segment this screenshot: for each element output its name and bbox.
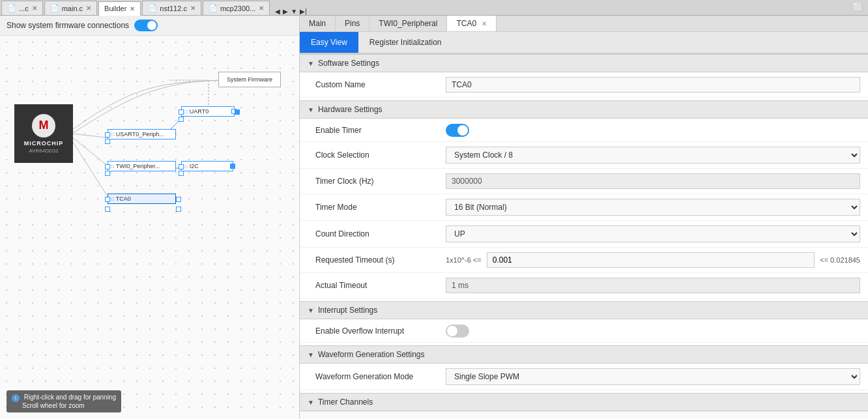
section-waveform[interactable]: ▼ Waveform Generation Settings	[300, 345, 868, 364]
requested-timeout-row: Requested Timeout (s) 1x10^-6 <= <= 0.02…	[300, 248, 868, 273]
comp-label: I2C	[190, 163, 199, 169]
section-hardware[interactable]: ▼ Hardware Settings	[300, 100, 868, 119]
nav-next[interactable]: ▶	[282, 8, 289, 15]
count-direction-row: Count Direction UP DOWN	[300, 221, 868, 248]
chevron-down-icon: ▼	[308, 60, 314, 67]
left-toolbar: Show system firmware connections	[0, 16, 299, 36]
custom-name-input[interactable]	[446, 77, 860, 93]
interrupt-fields: Enable Overflow Interrupt	[300, 319, 868, 343]
timer-mode-row: Timer Mode 16 Bit (Normal) 8 Bit (Split)	[300, 194, 868, 221]
firmware-box[interactable]: System Firmware	[218, 72, 281, 87]
requested-timeout-value: 1x10^-6 <= <= 0.021845	[446, 252, 860, 268]
timeout-row: 1x10^-6 <= <= 0.021845	[446, 252, 860, 268]
info-icon: i	[12, 394, 20, 402]
chevron-down-icon: ▼	[308, 106, 314, 113]
handle-usart0-left	[105, 132, 110, 137]
tab-main[interactable]: 📄 main.c ✕	[44, 1, 97, 15]
tab-easy-view[interactable]: Easy View	[300, 32, 358, 53]
tab-register-init[interactable]: Register Initialization	[358, 32, 453, 53]
timer-mode-value: 16 Bit (Normal) 8 Bit (Split)	[446, 199, 860, 216]
toggle-thumb	[447, 326, 457, 336]
tab-builder[interactable]: Builder ✕	[98, 1, 141, 16]
tab-tca0-inner[interactable]: TCA0 ✕	[447, 16, 497, 31]
nav-last[interactable]: ▶|	[298, 8, 308, 15]
comp-usart0[interactable]: USART0_Periph...	[108, 129, 176, 139]
custom-name-row: Custom Name	[300, 72, 868, 98]
enable-timer-row: Enable Timer	[300, 119, 868, 142]
chip-logo: M	[32, 114, 55, 137]
timer-clock-input	[446, 173, 860, 189]
handle-tca0-tl	[105, 197, 110, 202]
tab-mcp2300[interactable]: 📄 mcp2300... ✕	[203, 1, 270, 15]
chevron-down-icon: ▼	[308, 351, 314, 358]
handle-twi0-left	[105, 164, 110, 169]
tab-nst112[interactable]: 📄 nst112.c ✕	[142, 1, 201, 15]
timer-mode-dropdown[interactable]: 16 Bit (Normal) 8 Bit (Split)	[446, 199, 860, 216]
chevron-down-icon: ▼	[308, 399, 314, 406]
canvas-area[interactable]: M Microchip AVR64DD32 System Firmware UA…	[0, 36, 299, 419]
software-fields: Custom Name	[300, 72, 868, 98]
waveform-mode-dropdown[interactable]: Single Slope PWM Dual Slope PWM Dual Slo…	[446, 368, 860, 385]
enable-timer-toggle[interactable]	[446, 124, 469, 137]
toggle-thumb	[457, 125, 468, 136]
window-maximize[interactable]: ⬜	[848, 0, 868, 14]
handle-i2c-left	[179, 164, 184, 169]
show-firmware-label: Show system firmware connections	[7, 21, 129, 30]
file-icon: 📄	[148, 4, 157, 12]
comp-uart0[interactable]: UART0	[181, 106, 235, 117]
custom-name-value	[446, 77, 860, 93]
section-software[interactable]: ▼ Software Settings	[300, 54, 868, 72]
tab-main2[interactable]: Main	[300, 16, 336, 31]
close-icon[interactable]: ✕	[32, 5, 37, 12]
close-icon[interactable]: ✕	[190, 5, 195, 12]
overflow-interrupt-toggle[interactable]	[446, 325, 469, 338]
count-direction-value: UP DOWN	[446, 225, 860, 242]
overflow-interrupt-row: Enable Overflow Interrupt	[300, 319, 868, 343]
file-icon: 📄	[7, 4, 16, 12]
comp-label: TCA0	[116, 195, 131, 202]
timer-channels-chart: ed Duty Duty ❮ ❯	[300, 411, 868, 419]
chip-box: M Microchip AVR64DD32	[14, 104, 73, 163]
file-icon: 📄	[209, 4, 218, 12]
close-icon[interactable]: ✕	[130, 5, 135, 12]
clock-selection-dropdown[interactable]: System Clock / 1 System Clock / 2 System…	[446, 147, 860, 164]
timer-clock-value	[446, 173, 860, 189]
settings-content: ▼ Software Settings Custom Name ▼ Hardwa…	[300, 54, 868, 419]
comp-i2c[interactable]: I2C	[181, 161, 233, 171]
firmware-toggle[interactable]	[134, 20, 158, 31]
handle-i2c-left2	[179, 171, 184, 176]
comp-label: TWI0_Peripher...	[116, 163, 160, 169]
chip-logo-m: M	[39, 119, 49, 132]
section-interrupt[interactable]: ▼ Interrupt Settings	[300, 301, 868, 319]
actual-timeout-row: Actual Timeout	[300, 273, 868, 298]
firmware-label: System Firmware	[227, 76, 272, 83]
clock-selection-value: System Clock / 1 System Clock / 2 System…	[446, 147, 860, 164]
handle-tca0-bl	[105, 207, 110, 212]
main-layout: Show system firmware connections	[0, 16, 868, 419]
chip-brand: Microchip	[24, 140, 64, 147]
overflow-toggle-value	[446, 325, 860, 338]
hardware-fields: Enable Timer Clock Selection System Cloc…	[300, 119, 868, 298]
comp-label: UART0	[190, 108, 209, 115]
handle-uart0-right	[235, 109, 240, 115]
nav-prev[interactable]: ◀	[274, 8, 282, 15]
tab-dots[interactable]: 📄 ...c ✕	[1, 1, 43, 15]
waveform-mode-row: Waveform Generation Mode Single Slope PW…	[300, 364, 868, 390]
comp-tca0[interactable]: TCA0	[108, 194, 176, 204]
close-icon[interactable]: ✕	[259, 5, 264, 12]
handle-tca0-tr	[176, 197, 181, 202]
timeout-input[interactable]	[487, 252, 815, 268]
tab-pins[interactable]: Pins	[336, 16, 369, 31]
tab-twi0-inner[interactable]: TWI0_Peripheral	[369, 16, 447, 31]
inner-tabs: Main Pins TWI0_Peripheral TCA0 ✕	[300, 16, 868, 32]
count-direction-dropdown[interactable]: UP DOWN	[446, 225, 860, 242]
close-tab-icon[interactable]: ✕	[482, 20, 487, 27]
nav-dropdown[interactable]: ▼	[289, 8, 298, 15]
section-timer-channels[interactable]: ▼ Timer Channels	[300, 393, 868, 411]
waveform-mode-value: Single Slope PWM Dual Slope PWM Dual Slo…	[446, 368, 860, 385]
actual-timeout-value	[446, 278, 860, 293]
close-icon[interactable]: ✕	[86, 5, 91, 12]
comp-twi0[interactable]: TWI0_Peripher...	[108, 161, 176, 171]
top-tab-bar: 📄 ...c ✕ 📄 main.c ✕ Builder ✕ 📄 nst112.c…	[0, 0, 868, 16]
toggle-track[interactable]	[134, 20, 158, 31]
